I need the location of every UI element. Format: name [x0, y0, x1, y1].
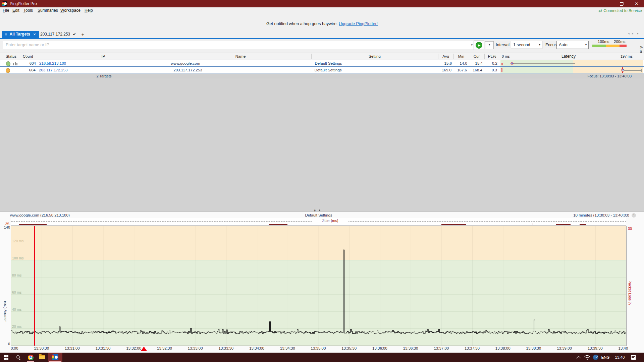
- latency-timeline-graph[interactable]: 20 ms40 ms60 ms80 ms100 ms120 ms: [11, 226, 627, 346]
- interval-select[interactable]: 1 second▾: [511, 41, 542, 49]
- jitter-graph[interactable]: Jitter (ms): [11, 218, 626, 226]
- col-ip[interactable]: IP: [37, 53, 170, 60]
- timeline-range-dropdown-icon[interactable]: ˇ: [632, 213, 636, 218]
- start-options-button[interactable]: ▾: [485, 41, 494, 49]
- status-icon: [6, 68, 10, 73]
- title-bar: PingPlotter Pro ✕: [0, 0, 644, 7]
- col-min[interactable]: Min: [453, 53, 469, 60]
- time-tick-label: 13:39:00: [556, 346, 573, 350]
- time-tick-label: 13:36:30: [402, 346, 419, 350]
- packet-loss-bar: [501, 63, 503, 65]
- tab-target-ip[interactable]: 203.117.172.253 ✔: [38, 31, 78, 38]
- time-tick-label: 13:39:30: [587, 346, 603, 350]
- time-tick-label: 13:31:30: [95, 346, 111, 350]
- time-tick-label: 13:32:00: [126, 346, 142, 350]
- focus-select[interactable]: Auto▾: [556, 41, 589, 49]
- gridline-label: 60 ms: [12, 290, 22, 294]
- latency-range-whisker: [512, 63, 575, 64]
- count-cell: 604: [19, 60, 36, 67]
- folder-icon: [39, 355, 45, 360]
- minimize-icon: [605, 4, 608, 4]
- table-row[interactable]: 604 216.58.213.100 www.google.com Defaul…: [0, 60, 644, 67]
- menu-tools[interactable]: Tools: [21, 7, 36, 14]
- toolbar: Enter target name or IP ▾ ▶ ▾ Interval 1…: [0, 39, 644, 53]
- timeline-range-title[interactable]: 10 minutes (13:30:03 - 13:40:03): [573, 213, 629, 217]
- taskbar-search-button[interactable]: [14, 353, 22, 362]
- focus-marker-icon[interactable]: [141, 347, 147, 351]
- setting-cell[interactable]: Default Settings: [295, 60, 362, 67]
- latency-minigraph[interactable]: ✕: [500, 67, 643, 74]
- packet-loss-bar: [501, 68, 502, 72]
- new-tab-button[interactable]: +: [79, 31, 87, 38]
- latency-minigraph[interactable]: ✕: [501, 60, 644, 67]
- pingplotter-window: PingPlotter Pro ✕ File Edit Tools Summar…: [0, 0, 644, 362]
- min-cell: 167.6: [453, 67, 467, 74]
- hamburger-icon[interactable]: ≡: [5, 31, 7, 38]
- packet-loss-axis-max: 30: [628, 227, 632, 231]
- menu-summaries[interactable]: Summaries: [35, 7, 61, 14]
- tray-steam-button[interactable]: [592, 353, 600, 362]
- time-tick-label: 13:37:30: [464, 346, 480, 350]
- tab-scroll-right-icon[interactable]: ▸: [632, 32, 634, 35]
- avg-cell: 169.0: [438, 67, 451, 74]
- latency-max-tick: [575, 62, 576, 65]
- latency-current-marker: ✕: [621, 69, 624, 72]
- tray-network-button[interactable]: [583, 353, 591, 362]
- menu-workspace[interactable]: Workspace: [58, 7, 83, 14]
- col-name[interactable]: Name: [170, 53, 311, 60]
- close-tab-icon[interactable]: ✕: [33, 31, 36, 38]
- col-cur[interactable]: Cur: [469, 53, 484, 60]
- taskbar-pingplotter-button[interactable]: [48, 353, 62, 362]
- timeline-setting-title: Default Settings: [288, 213, 349, 217]
- language-indicator[interactable]: ENG: [600, 353, 610, 362]
- pingplotter-icon: [52, 354, 58, 360]
- focus-label: Focus: [545, 41, 557, 49]
- upgrade-link[interactable]: Upgrade PingPlotter!: [339, 21, 378, 26]
- chevron-down-icon: ▾: [539, 41, 540, 49]
- jitter-segment: [556, 224, 571, 225]
- action-center-button[interactable]: [629, 353, 637, 362]
- chevron-up-icon: [576, 356, 581, 361]
- tab-scroll-left-icon[interactable]: ◂: [628, 32, 630, 35]
- start-button[interactable]: ▶: [474, 41, 484, 50]
- col-avg[interactable]: Avg: [438, 53, 453, 60]
- col-latency[interactable]: Latency: [555, 53, 582, 60]
- timeline-target-title[interactable]: www.google.com (216.58.213.100): [10, 213, 70, 217]
- splitter-handle[interactable]: ● ● ●: [314, 209, 324, 211]
- input-dropdown-icon[interactable]: ▾: [471, 41, 473, 49]
- upgrade-banner: Get notified when a hop goes haywire. Up…: [0, 21, 644, 26]
- menu-edit[interactable]: Edit: [10, 7, 22, 14]
- time-tick-label: 13:34:00: [249, 346, 265, 350]
- min-cell: 14.0: [454, 60, 467, 67]
- col-status[interactable]: Status: [3, 53, 19, 60]
- gridline-label: 120 ms: [12, 239, 23, 243]
- taskbar-clock[interactable]: 13:40: [614, 353, 626, 362]
- time-tick-label: 13:32:30: [157, 346, 173, 350]
- tab-list-icon[interactable]: ▾: [637, 32, 639, 35]
- taskbar: ENG 13:40: [0, 353, 644, 362]
- restore-button[interactable]: [614, 0, 629, 7]
- taskbar-explorer-button[interactable]: [38, 353, 46, 362]
- tray-expand-button[interactable]: [575, 353, 582, 362]
- col-count[interactable]: Count: [19, 53, 37, 60]
- targets-count: 2 Targets: [84, 74, 124, 78]
- minimize-button[interactable]: [599, 0, 614, 7]
- tab-all-targets[interactable]: ≡ All Targets ✕: [2, 31, 39, 38]
- time-axis[interactable]: 13:30:0013:30:3013:31:0013:31:3013:32:00…: [11, 346, 628, 351]
- setting-cell[interactable]: Default Settings: [294, 67, 362, 74]
- table-row[interactable]: 604 203.117.172.253 203.117.172.253 Defa…: [0, 67, 644, 74]
- ip-cell[interactable]: 203.117.172.253: [39, 67, 67, 74]
- time-tick-label: 13:35:00: [310, 346, 326, 350]
- steam-icon: [593, 355, 598, 360]
- start-button[interactable]: [2, 353, 10, 362]
- ip-cell[interactable]: 216.58.213.100: [39, 60, 66, 67]
- col-setting[interactable]: Setting: [311, 53, 438, 60]
- window-title: PingPlotter Pro: [10, 1, 37, 6]
- close-button[interactable]: ✕: [629, 0, 644, 7]
- col-pl[interactable]: PL%: [484, 53, 500, 60]
- banner-area: Get notified when a hop goes haywire. Up…: [0, 14, 644, 31]
- target-input[interactable]: Enter target name or IP ▾: [3, 41, 475, 49]
- menu-help[interactable]: Help: [82, 7, 96, 14]
- taskbar-chrome-button[interactable]: [26, 353, 35, 362]
- connection-status[interactable]: ⇄Connected to Service: [598, 7, 642, 14]
